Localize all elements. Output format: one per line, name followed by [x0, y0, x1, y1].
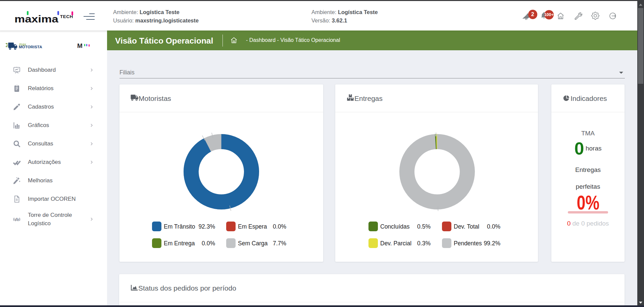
svg-text:A: A: [15, 217, 19, 222]
